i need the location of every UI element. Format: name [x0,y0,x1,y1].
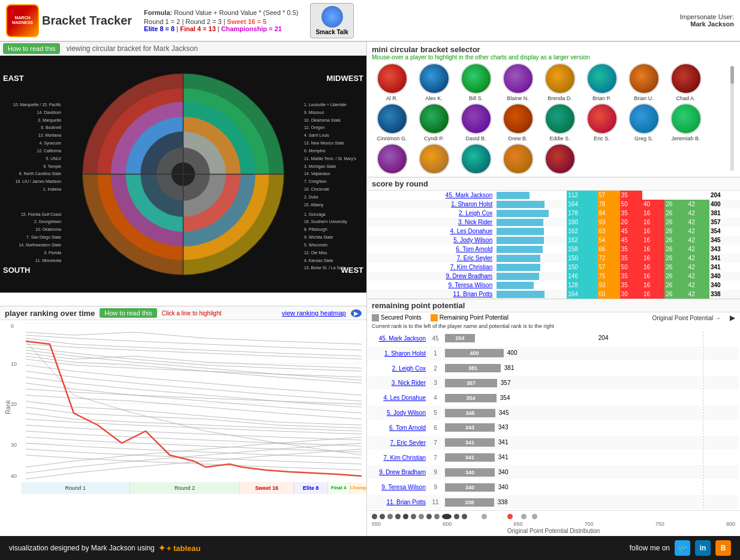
player-ranking-section: player ranking over time How to read thi… [0,306,366,536]
svg-text:4. Syracuse: 4. Syracuse [40,141,62,146]
dist-dot [462,514,467,519]
avatar-item[interactable]: Chad A. [666,63,706,101]
bracket-section: How to read this viewing circular bracke… [0,42,366,306]
left-panel: How to read this viewing circular bracke… [0,42,367,536]
table-row: 45. Mark Jackson 112 57 35 204 [367,191,740,200]
avatar-circle [377,103,408,134]
avatar-item[interactable]: Josh R. [414,143,454,174]
table-row: 3. Nick Rider 3 357 357 [368,376,739,390]
avatar-item[interactable]: Brian P. [582,63,622,101]
table-row: 7. Kim Christian 7 341 341 [368,451,739,465]
potential-table: 45. Mark Jackson 45 204 204 1. Sharon Ho… [367,330,740,510]
table-row: 11. Brian Potts 164 60 30 16 26 42 338 [367,290,740,299]
svg-text:9. Temple: 9. Temple [43,164,61,169]
svg-text:7. San Diego State: 7. San Diego State [26,235,61,240]
avatar-item[interactable]: Brian U. [624,63,664,101]
follow-me-area: follow me on 🐦 in B [630,540,731,556]
avatar-circle [670,63,702,94]
table-row: 7. Eric Seyler 7 341 341 [368,436,739,450]
dist-dot [403,514,408,519]
svg-text:5. Wisconsin: 5. Wisconsin [304,243,327,247]
avatar-circle [586,63,618,94]
avatar-name: Drew B. [508,136,527,141]
avatar-name: Greg S. [634,136,653,141]
dist-dot [434,514,440,519]
avatar-item[interactable]: Cinnimon G. [372,103,412,141]
scroll-thumb[interactable] [730,66,734,84]
svg-text:8. North Carolina State: 8. North Carolina State [19,171,61,176]
twitter-button[interactable]: 🐦 [675,540,690,556]
avatar-item[interactable]: Bill S. [456,63,496,101]
linkedin-button[interactable]: in [695,540,711,556]
blogger-button[interactable]: B [715,540,731,556]
table-row: 6. Tom Arnold 158 66 35 16 26 42 343 [367,245,740,254]
follow-me-text: follow me on [630,544,670,552]
dist-x-axis: 550600650700750800 [372,520,735,528]
svg-text:15. Florida Gulf Coast: 15. Florida Gulf Coast [21,212,61,216]
avatar-item[interactable]: Cyndi P. [414,103,454,141]
table-row: 7. Eric Seyler 150 72 35 16 26 42 341 [367,254,740,263]
svg-text:12. Ole Miss: 12. Ole Miss [304,251,327,255]
avatar-name: Blaine N. [507,95,529,101]
avatar-item[interactable]: Brenda D. [540,63,580,101]
sweet16-value: Sweet 16 = 5 [227,18,267,25]
avatar-item[interactable]: Julie W. [456,143,496,174]
avatar-item[interactable]: Blaine N. [498,63,538,101]
table-row: 9. Drew Bradham 146 75 35 16 26 42 340 [367,272,740,281]
how-to-read-ranking-button[interactable]: How to read this [100,308,157,318]
svg-text:12. California: 12. California [37,149,61,153]
table-row: 6. Tom Arnold 6 343 343 [368,421,739,435]
avatar-item[interactable]: David B. [456,103,496,141]
table-row: 45. Mark Jackson 45 204 204 [368,332,739,345]
avatar-circle [377,143,408,174]
table-row: 4. Les Donahue 4 354 354 [368,391,739,405]
formula-value: Round Value + Round Value * (Seed * 0.5) [174,9,298,16]
avatar-item[interactable]: Jeremiah B. [666,103,706,141]
table-row: 11. Brian Potts 11 338 338 [368,495,739,509]
championship-value: Championship = 21 [221,25,282,32]
how-to-read-bracket-button[interactable]: How to read this [3,43,60,54]
avatar-circle [503,63,534,94]
avatar-name: Al R. [386,95,398,101]
avatar-name: Eric S. [594,136,610,141]
smack-talk-button[interactable]: Smack Talk [310,3,353,38]
mini-selector-subtitle: Mouse-over a player to highlight in the … [372,54,735,61]
avatar-item[interactable]: Al R. [372,63,412,101]
avatar-circle [503,103,534,134]
bracket-svg: 10. Marquette / 15. Pacific 14. Davidson… [0,56,366,293]
avatar-item[interactable]: Eric S. [582,103,622,141]
avatar-item[interactable]: Karen S. [498,143,538,174]
avatar-name: Bill S. [469,95,483,101]
original-potential-label: Original Point Potential → [652,315,721,321]
avatar-name: Brian P. [592,95,611,101]
svg-text:2. Duke: 2. Duke [304,195,318,199]
dist-dot [372,514,377,519]
avatar-item[interactable]: Drew B. [498,103,538,141]
avatar-item[interactable]: Greg S. [624,103,664,141]
dist-dot [532,514,537,519]
score-table: 45. Mark Jackson 112 57 35 204 [367,191,740,299]
potential-subtitle: Current rank is to the left of the playe… [367,323,740,330]
avatar-circle [628,103,660,134]
avatar-name: Cinnimon G. [377,136,407,141]
svg-text:9. Missouri: 9. Missouri [304,110,324,115]
view-heatmap-link[interactable]: view ranking heatmap [282,309,346,317]
avatar-item[interactable]: Kat M. [540,143,580,174]
avatar-circle [461,63,492,94]
distribution-area: 550600650700750800 Original Point Potent… [367,510,740,536]
mark-jackson-line[interactable] [26,341,362,476]
main-content: How to read this viewing circular bracke… [0,42,740,536]
mini-selector-title: mini circular bracket selector [372,45,735,54]
avatar-circle [545,103,576,134]
svg-text:16. Southern University: 16. Southern University [304,219,347,224]
svg-text:16. LIU / James Madison: 16. LIU / James Madison [16,179,62,183]
avatar-circle [628,63,660,94]
formula-label: Formula: [144,9,172,16]
mini-selector-section: mini circular bracket selector Mouse-ove… [367,42,740,177]
heatmap-arrow-icon[interactable]: ▶ [351,309,362,317]
avatar-item[interactable]: Jody W. [372,143,412,174]
final4-value: Final 4 = 13 [180,25,216,32]
avatar-item[interactable]: Alex K. [414,63,454,101]
impersonate-area: Impersonate User: Mark Jackson [680,13,734,28]
avatar-item[interactable]: Eddie S. [540,103,580,141]
